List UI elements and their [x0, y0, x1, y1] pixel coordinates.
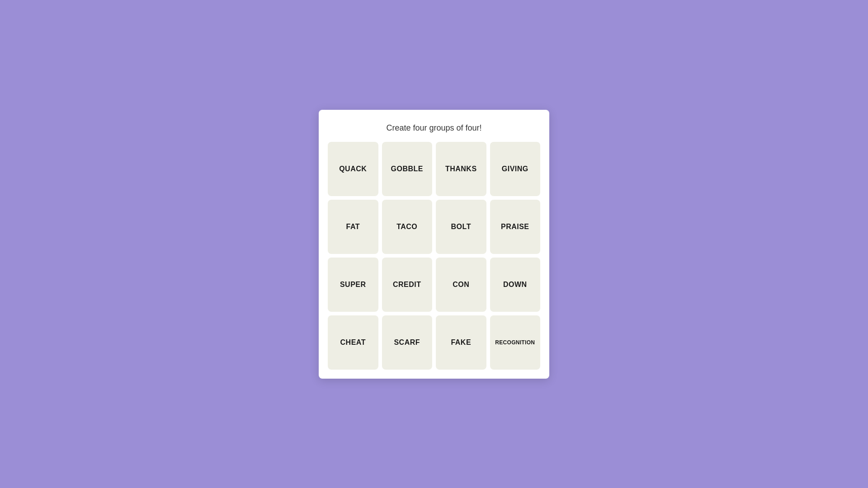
tile-label-con: CON	[453, 281, 469, 289]
tile-label-praise: PRAISE	[501, 223, 529, 231]
tile-quack[interactable]: QUACK	[328, 142, 378, 196]
tile-label-quack: QUACK	[339, 165, 367, 173]
tile-label-super: SUPER	[340, 281, 366, 289]
instructions-text: Create four groups of four!	[328, 123, 540, 133]
tile-gobble[interactable]: GOBBLE	[382, 142, 433, 196]
tile-label-down: DOWN	[503, 281, 527, 289]
tile-label-taco: TACO	[396, 223, 417, 231]
tile-label-gobble: GOBBLE	[391, 165, 423, 173]
tile-label-fake: FAKE	[451, 338, 471, 347]
tile-cheat[interactable]: CHEAT	[328, 315, 378, 370]
tile-label-cheat: CHEAT	[340, 338, 366, 347]
tile-taco[interactable]: TACO	[382, 200, 433, 254]
tile-con[interactable]: CON	[436, 258, 486, 312]
tile-label-credit: CREDIT	[393, 281, 421, 289]
tile-label-bolt: BOLT	[451, 223, 471, 231]
tile-credit[interactable]: CREDIT	[382, 258, 433, 312]
tile-fake[interactable]: FAKE	[436, 315, 486, 370]
tile-giving[interactable]: GIVING	[490, 142, 541, 196]
tile-down[interactable]: DOWN	[490, 258, 541, 312]
tile-bolt[interactable]: BOLT	[436, 200, 486, 254]
tile-label-recognition: RECOGNITION	[495, 339, 535, 346]
tile-label-fat: FAT	[346, 223, 360, 231]
tile-recognition[interactable]: RECOGNITION	[490, 315, 541, 370]
tile-scarf[interactable]: SCARF	[382, 315, 433, 370]
tile-fat[interactable]: FAT	[328, 200, 378, 254]
tile-label-giving: GIVING	[502, 165, 528, 173]
tile-super[interactable]: SUPER	[328, 258, 378, 312]
tile-label-thanks: THANKS	[445, 165, 477, 173]
word-grid: QUACKGOBBLETHANKSGIVINGFATTACOBOLTPRAISE…	[328, 142, 540, 370]
tile-label-scarf: SCARF	[394, 338, 420, 347]
tile-praise[interactable]: PRAISE	[490, 200, 541, 254]
game-container: Create four groups of four! QUACKGOBBLET…	[319, 110, 549, 379]
tile-thanks[interactable]: THANKS	[436, 142, 486, 196]
